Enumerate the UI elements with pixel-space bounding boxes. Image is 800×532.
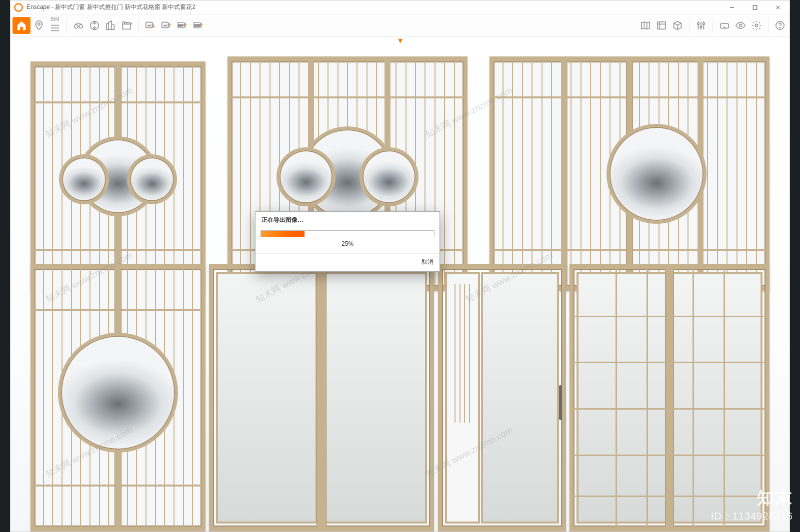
vr-button[interactable] (717, 17, 732, 34)
binoculars-button[interactable] (71, 17, 86, 34)
titlebar: Enscape - 新中式门窗 新中式推拉门 新中式花格窗 新中式窗花2 (10, 0, 790, 14)
svg-point-18 (739, 24, 742, 27)
svg-point-4 (74, 24, 78, 28)
bim-menu-button[interactable]: BIM (48, 17, 62, 34)
svg-point-21 (780, 27, 780, 27)
cube-button[interactable] (670, 17, 685, 34)
svg-point-19 (755, 24, 758, 27)
svg-text:EXE: EXE (194, 23, 200, 26)
help-button[interactable] (772, 17, 788, 34)
model-row-bottom (10, 301, 790, 532)
settings-button[interactable] (749, 17, 764, 34)
dialog-title: 正在导出图像… (256, 212, 440, 228)
compass-button[interactable] (87, 17, 102, 34)
svg-point-3 (38, 22, 40, 25)
svg-point-1 (17, 6, 20, 9)
show-hide-button[interactable] (733, 17, 748, 34)
export-progress-dialog: 正在导出图像… 25% 取消 (255, 211, 440, 272)
door-panel-quatrefoil-small (30, 61, 206, 291)
minimize-button[interactable] (720, 0, 744, 14)
import-image-button[interactable] (142, 17, 158, 34)
map-button[interactable] (638, 17, 653, 34)
export-group: 360° EXE (142, 17, 206, 34)
door-sliding-grid (570, 264, 770, 532)
app-window: Enscape - 新中式门窗 新中式推拉门 新中式花格窗 新中式窗花2 BIM (10, 0, 790, 532)
separator (138, 18, 138, 32)
presets-button[interactable] (694, 17, 708, 34)
separator (768, 18, 768, 32)
maximize-button[interactable] (744, 0, 766, 14)
export-image-button[interactable] (158, 17, 174, 34)
svg-point-14 (698, 22, 700, 24)
door-panel-moon-circle-small (30, 264, 206, 532)
separator (689, 18, 690, 32)
svg-text:360°: 360° (178, 23, 184, 26)
progress-fill (261, 231, 304, 237)
export-exe-button[interactable]: EXE (190, 17, 206, 34)
export-360-button[interactable]: 360° (174, 17, 190, 34)
buildings-button[interactable] (103, 17, 118, 34)
asset-library-button[interactable] (654, 17, 669, 34)
cancel-button[interactable]: 取消 (422, 258, 434, 266)
door-sliding-glass-plain (209, 264, 434, 532)
door-panel-moon-circle-wide (490, 56, 770, 291)
svg-rect-2 (753, 5, 757, 9)
svg-point-15 (700, 25, 702, 27)
bim-label: BIM (50, 17, 60, 22)
home-button[interactable] (12, 17, 30, 34)
location-pin-button[interactable] (32, 17, 46, 34)
separator (66, 18, 67, 32)
window-title: Enscape - 新中式门窗 新中式推拉门 新中式花格窗 新中式窗花2 (26, 3, 720, 11)
progress-bar (260, 230, 434, 237)
clapper-button[interactable] (119, 17, 134, 34)
progress-percent-label: 25% (260, 237, 434, 249)
svg-rect-13 (658, 21, 666, 29)
enscape-logo-icon (14, 2, 24, 12)
svg-point-5 (79, 24, 82, 28)
close-button[interactable] (766, 0, 790, 14)
toolbar: BIM 360° EXE (10, 14, 790, 36)
svg-point-6 (90, 21, 99, 29)
svg-point-16 (703, 22, 705, 24)
svg-rect-17 (720, 23, 729, 28)
viewport[interactable]: ▾ (10, 36, 790, 532)
door-sliding-narrow (438, 264, 566, 532)
separator (712, 18, 713, 32)
toolbar-expand-handle-icon[interactable]: ▾ (398, 36, 402, 46)
